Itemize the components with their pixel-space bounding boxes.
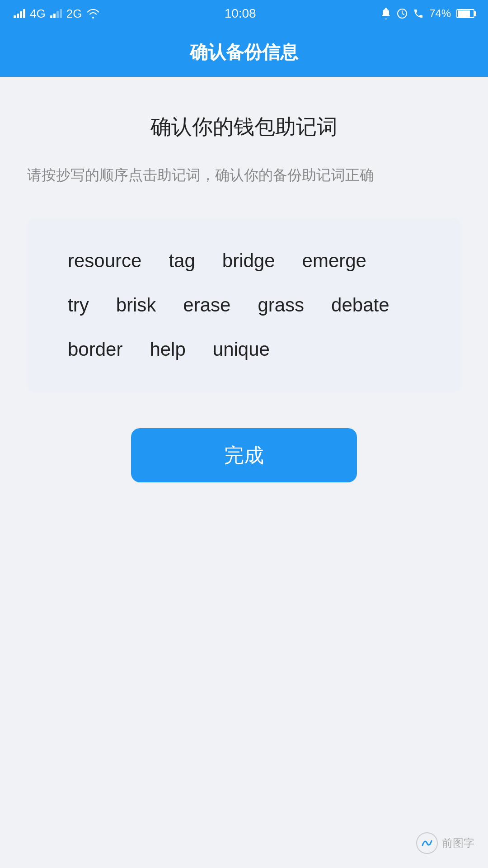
word-grass[interactable]: grass — [244, 285, 318, 325]
status-time: 10:08 — [225, 6, 256, 21]
wifi-icon — [86, 9, 100, 19]
signal-icon — [14, 9, 25, 18]
watermark-text: 前图字 — [442, 836, 474, 850]
battery-icon — [456, 9, 474, 18]
status-left: 4G 2G — [14, 7, 100, 21]
signal-2g-label: 2G — [66, 7, 82, 21]
page-title: 确认你的钱包助记词 — [27, 113, 461, 141]
mnemonic-row-2: try brisk erase grass debate — [54, 285, 434, 325]
word-help[interactable]: help — [136, 330, 199, 369]
toolbar: 确认备份信息 — [0, 27, 488, 77]
bell-icon — [380, 8, 391, 19]
status-bar: 4G 2G 10:08 74% — [0, 0, 488, 27]
word-emerge[interactable]: emerge — [289, 241, 380, 281]
description-text: 请按抄写的顺序点击助记词，确认你的备份助记词正确 — [27, 164, 461, 187]
watermark: 前图字 — [416, 832, 474, 854]
signal-2g-icon — [50, 9, 62, 18]
word-unique[interactable]: unique — [199, 330, 283, 369]
word-border[interactable]: border — [54, 330, 136, 369]
watermark-icon — [416, 832, 438, 854]
word-try[interactable]: try — [54, 285, 103, 325]
word-erase[interactable]: erase — [169, 285, 244, 325]
word-tag[interactable]: tag — [155, 241, 208, 281]
main-content: 确认你的钱包助记词 请按抄写的顺序点击助记词，确认你的备份助记词正确 resou… — [0, 77, 488, 509]
signal-4g-label: 4G — [30, 7, 46, 21]
word-bridge[interactable]: bridge — [209, 241, 289, 281]
status-right: 74% — [380, 7, 474, 20]
battery-percentage: 74% — [429, 7, 451, 20]
word-debate[interactable]: debate — [318, 285, 403, 325]
mnemonic-box: resource tag bridge emerge try brisk era… — [27, 218, 461, 392]
phone-icon — [413, 8, 424, 19]
mnemonic-row-3: border help unique — [54, 330, 434, 369]
mnemonic-row-1: resource tag bridge emerge — [54, 241, 434, 281]
toolbar-title: 确认备份信息 — [190, 40, 298, 65]
word-brisk[interactable]: brisk — [103, 285, 170, 325]
clock-icon — [397, 8, 408, 19]
word-resource[interactable]: resource — [54, 241, 155, 281]
complete-button[interactable]: 完成 — [131, 428, 357, 482]
